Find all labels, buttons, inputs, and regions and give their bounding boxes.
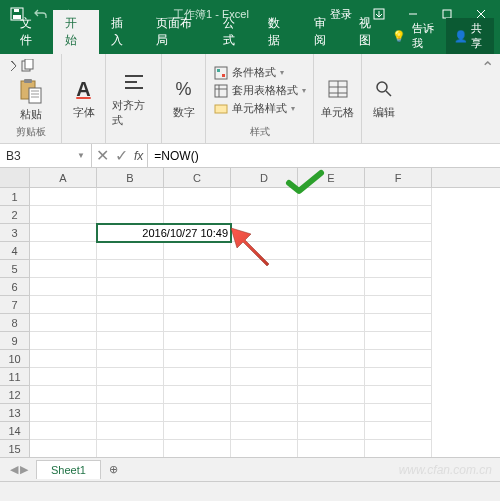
cell[interactable] [365, 242, 432, 260]
col-header[interactable]: C [164, 168, 231, 187]
cancel-formula-icon[interactable]: ✕ [96, 146, 109, 165]
row-header[interactable]: 9 [0, 332, 30, 350]
row-header[interactable]: 8 [0, 314, 30, 332]
cut-copy-icons[interactable] [8, 59, 38, 77]
row-header[interactable]: 4 [0, 242, 30, 260]
cell[interactable] [164, 332, 231, 350]
cell[interactable] [365, 422, 432, 440]
cell[interactable] [30, 242, 97, 260]
row-header[interactable]: 2 [0, 206, 30, 224]
cell[interactable] [30, 422, 97, 440]
edit-button[interactable]: 编辑 [370, 75, 398, 120]
tab-file[interactable]: 文件 [8, 10, 53, 54]
cell[interactable] [231, 386, 298, 404]
row-header[interactable]: 3 [0, 224, 30, 242]
cell[interactable] [30, 332, 97, 350]
cell[interactable] [298, 314, 365, 332]
cell[interactable] [30, 224, 97, 242]
cell[interactable] [298, 242, 365, 260]
cell[interactable] [365, 332, 432, 350]
cell[interactable] [164, 206, 231, 224]
tab-home[interactable]: 开始 [53, 10, 98, 54]
font-button[interactable]: A字体 [70, 75, 98, 120]
cell[interactable] [30, 296, 97, 314]
row-header[interactable]: 6 [0, 278, 30, 296]
formula-bar[interactable]: =NOW() [147, 144, 500, 167]
cell[interactable] [365, 260, 432, 278]
cell[interactable] [30, 314, 97, 332]
cell[interactable] [164, 314, 231, 332]
sheet-tab[interactable]: Sheet1 [36, 460, 101, 479]
cells-button[interactable]: 单元格 [321, 75, 354, 120]
col-header[interactable]: B [97, 168, 164, 187]
cell[interactable] [164, 386, 231, 404]
row-header[interactable]: 7 [0, 296, 30, 314]
row-header[interactable]: 15 [0, 440, 30, 458]
cell[interactable] [298, 386, 365, 404]
cell[interactable] [231, 350, 298, 368]
row-header[interactable]: 5 [0, 260, 30, 278]
cell[interactable] [365, 224, 432, 242]
cell[interactable] [365, 206, 432, 224]
cell[interactable] [164, 422, 231, 440]
cell[interactable] [30, 206, 97, 224]
cell[interactable] [231, 440, 298, 458]
cell[interactable] [231, 404, 298, 422]
cell[interactable] [30, 440, 97, 458]
select-all-corner[interactable] [0, 168, 30, 187]
cell[interactable] [30, 278, 97, 296]
share-button[interactable]: 👤 共享 [446, 18, 494, 54]
cell[interactable] [164, 242, 231, 260]
cell[interactable] [97, 188, 164, 206]
col-header[interactable]: F [365, 168, 432, 187]
cell[interactable] [164, 368, 231, 386]
cell[interactable] [164, 350, 231, 368]
cell[interactable] [231, 278, 298, 296]
cell[interactable] [298, 422, 365, 440]
collapse-ribbon-icon[interactable]: ⌃ [475, 54, 500, 143]
cell[interactable] [97, 206, 164, 224]
accept-formula-icon[interactable]: ✓ [115, 146, 128, 165]
tab-formula[interactable]: 公式 [211, 10, 256, 54]
cell[interactable] [30, 368, 97, 386]
cell[interactable] [365, 350, 432, 368]
cell[interactable] [164, 260, 231, 278]
add-sheet-icon[interactable]: ⊕ [109, 463, 118, 476]
cell[interactable] [298, 332, 365, 350]
cell[interactable] [164, 440, 231, 458]
align-button[interactable]: 对齐方式 [112, 68, 155, 128]
name-box[interactable]: B3▼ [0, 144, 92, 167]
tab-insert[interactable]: 插入 [99, 10, 144, 54]
col-header[interactable]: A [30, 168, 97, 187]
row-header[interactable]: 1 [0, 188, 30, 206]
cell[interactable] [365, 278, 432, 296]
cell[interactable] [365, 314, 432, 332]
cell[interactable] [30, 350, 97, 368]
row-header[interactable]: 11 [0, 368, 30, 386]
fx-icon[interactable]: fx [134, 149, 143, 163]
cell[interactable] [97, 332, 164, 350]
cell[interactable] [164, 296, 231, 314]
cell[interactable] [97, 350, 164, 368]
cell[interactable] [298, 350, 365, 368]
cell[interactable] [164, 404, 231, 422]
cell[interactable] [97, 404, 164, 422]
cell[interactable] [30, 260, 97, 278]
cell[interactable] [97, 278, 164, 296]
row-header[interactable]: 10 [0, 350, 30, 368]
cell[interactable] [298, 224, 365, 242]
table-format-button[interactable]: 套用表格格式▾ [214, 83, 306, 98]
cell[interactable] [164, 278, 231, 296]
sheet-nav-next-icon[interactable]: ▶ [20, 463, 28, 476]
cell[interactable] [365, 296, 432, 314]
cell[interactable] [231, 368, 298, 386]
cell[interactable] [97, 422, 164, 440]
cell[interactable] [298, 260, 365, 278]
cell[interactable] [97, 314, 164, 332]
cell[interactable] [231, 332, 298, 350]
cell[interactable] [365, 404, 432, 422]
number-button[interactable]: %数字 [170, 75, 198, 120]
cell[interactable] [231, 422, 298, 440]
tab-review[interactable]: 审阅 [302, 10, 347, 54]
cell[interactable] [365, 440, 432, 458]
